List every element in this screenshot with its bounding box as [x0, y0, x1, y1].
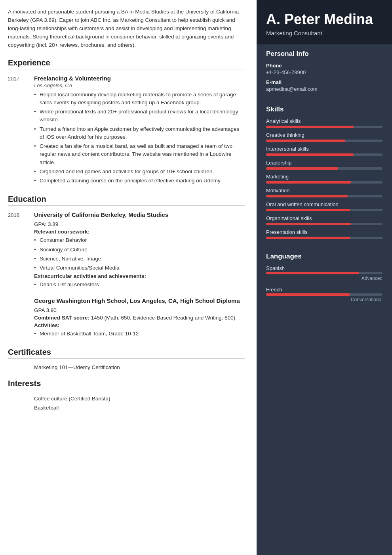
- skill-name: Presentation skills: [266, 229, 382, 235]
- skill-name: Organizational skills: [266, 215, 382, 221]
- skills-list: Analytical skillsCreative thinkingInterp…: [266, 118, 382, 239]
- coursework-list: Consumer BehaviorSociology of CultureSci…: [34, 236, 245, 272]
- list-item: Virtual Communities/Social Media: [34, 264, 245, 272]
- skill-name: Leadership: [266, 160, 382, 166]
- interests-section: Interests Coffee culture (Certified Bari…: [8, 379, 245, 411]
- education-entry: 2018University of California Berkeley, M…: [8, 211, 245, 290]
- right-column: A. Peter Medina Marketing Consultant Per…: [257, 0, 392, 555]
- entry-title: Freelancing & Volunteering: [34, 75, 245, 82]
- skill-bar-fill: [266, 223, 351, 225]
- entry-subtitle: Los Angeles, CA: [34, 82, 245, 88]
- skill-name: Oral and written communication: [266, 201, 382, 207]
- language-name: Spanish: [266, 265, 382, 271]
- skill-item: Interpersonal skills: [266, 146, 382, 156]
- skill-item: Organizational skills: [266, 215, 382, 225]
- language-bar-fill: [266, 272, 359, 274]
- list-item: Consumer Behavior: [34, 236, 245, 244]
- edu-content: University of California Berkeley, Media…: [34, 211, 245, 290]
- list-item: Wrote promotional texts and 20+ professi…: [34, 108, 245, 124]
- candidate-name: A. Peter Medina: [266, 11, 382, 27]
- certificates-list: Marketing 101—Udemy Certification: [8, 364, 245, 370]
- list-item: Turned a friend into an Apple customer b…: [34, 125, 245, 142]
- entry-year: 2018: [8, 211, 27, 290]
- entry-bullets: Helped local community develop marketing…: [34, 91, 245, 185]
- skill-item: Marketing: [266, 174, 382, 184]
- list-item: Completed a training course on the princ…: [34, 177, 245, 185]
- extras-label: Extracurricular activities and achieveme…: [34, 273, 245, 279]
- certificates-title: Certificates: [8, 348, 245, 359]
- skill-name: Marketing: [266, 174, 382, 180]
- sat-row: Combined SAT score: 1450 (Math: 650, Evi…: [34, 315, 245, 321]
- skill-bar-bg: [266, 223, 382, 225]
- entry-content: Freelancing & VolunteeringLos Angeles, C…: [34, 75, 245, 186]
- summary-text: A motivated and personable student pursu…: [8, 8, 245, 50]
- skill-bar-bg: [266, 195, 382, 197]
- list-item: Science, Narrative, Image: [34, 255, 245, 263]
- interest-text: Coffee culture (Certified Barista): [34, 396, 110, 402]
- education-section: Education 2018University of California B…: [8, 195, 245, 339]
- edu-title: University of California Berkeley, Media…: [34, 211, 245, 218]
- left-column: A motivated and personable student pursu…: [0, 0, 257, 555]
- skill-bar-bg: [266, 237, 382, 239]
- interest-row: Coffee culture (Certified Barista): [8, 396, 245, 402]
- experience-entry: 2017Freelancing & VolunteeringLos Angele…: [8, 75, 245, 186]
- education-title: Education: [8, 195, 245, 206]
- experience-list: 2017Freelancing & VolunteeringLos Angele…: [8, 75, 245, 186]
- skill-bar-fill: [266, 195, 348, 197]
- skill-bar-fill: [266, 237, 350, 239]
- languages-title: Languages: [266, 253, 382, 260]
- education-list: 2018University of California Berkeley, M…: [8, 211, 245, 339]
- interest-row: Basketball: [8, 405, 245, 411]
- list-item: Sociology of Culture: [34, 246, 245, 254]
- entry-year: [8, 297, 27, 339]
- certificate-text: Marketing 101—Udemy Certification: [34, 364, 120, 370]
- skill-bar-fill: [266, 167, 338, 170]
- activities-list: Member of Basketball Team, Grade 10-12: [34, 330, 245, 338]
- language-level: Conversational: [266, 297, 382, 302]
- skill-name: Motivation: [266, 188, 382, 193]
- email-value: apmedina@email.com: [266, 86, 382, 92]
- language-bar-fill: [266, 293, 350, 296]
- candidate-role: Marketing Consultant: [266, 30, 382, 36]
- skill-name: Creative thinking: [266, 132, 382, 138]
- skill-bar-bg: [266, 140, 382, 142]
- language-name: French: [266, 287, 382, 293]
- right-header: A. Peter Medina Marketing Consultant: [257, 0, 392, 44]
- skill-bar-bg: [266, 126, 382, 128]
- skill-bar-bg: [266, 167, 382, 170]
- skill-bar-bg: [266, 209, 382, 211]
- certificates-section: Certificates Marketing 101—Udemy Certifi…: [8, 348, 245, 370]
- languages-list: SpanishAdvancedFrenchConversational: [266, 265, 382, 302]
- interest-text: Basketball: [34, 405, 59, 411]
- skills-section: Skills Analytical skillsCreative thinkin…: [257, 100, 392, 247]
- personal-info-section: Personal Info Phone +1-23-456-78900 E-ma…: [257, 44, 392, 100]
- skill-item: Presentation skills: [266, 229, 382, 239]
- skill-item: Motivation: [266, 188, 382, 197]
- experience-title: Experience: [8, 58, 245, 69]
- language-bar-bg: [266, 293, 382, 296]
- email-block: E-mail apmedina@email.com: [266, 79, 382, 92]
- edu-gpa: GPA: 3.89: [34, 221, 245, 227]
- skill-bar-fill: [266, 126, 354, 128]
- phone-label: Phone: [266, 63, 382, 69]
- edu-gpa: GPA 3.90: [34, 307, 245, 313]
- list-item: Member of Basketball Team, Grade 10-12: [34, 330, 245, 338]
- skill-item: Leadership: [266, 160, 382, 170]
- skill-item: Creative thinking: [266, 132, 382, 142]
- coursework-label: Relevant coursework:: [34, 229, 245, 235]
- skill-name: Interpersonal skills: [266, 146, 382, 152]
- languages-section: Languages SpanishAdvancedFrenchConversat…: [257, 247, 392, 312]
- skill-bar-bg: [266, 153, 382, 156]
- language-item: SpanishAdvanced: [266, 265, 382, 281]
- skill-bar-fill: [266, 209, 350, 211]
- entry-year: 2017: [8, 75, 27, 186]
- list-item: Dean's List all semesters: [34, 281, 245, 289]
- skill-bar-bg: [266, 181, 382, 184]
- skill-name: Analytical skills: [266, 118, 382, 124]
- education-entry: George Washington High School, Los Angel…: [8, 297, 245, 339]
- interests-list: Coffee culture (Certified Barista)Basket…: [8, 396, 245, 411]
- email-label: E-mail: [266, 79, 382, 85]
- skill-bar-fill: [266, 181, 351, 184]
- language-bar-bg: [266, 272, 382, 274]
- list-item: Created a fan site for a musical band, a…: [34, 142, 245, 166]
